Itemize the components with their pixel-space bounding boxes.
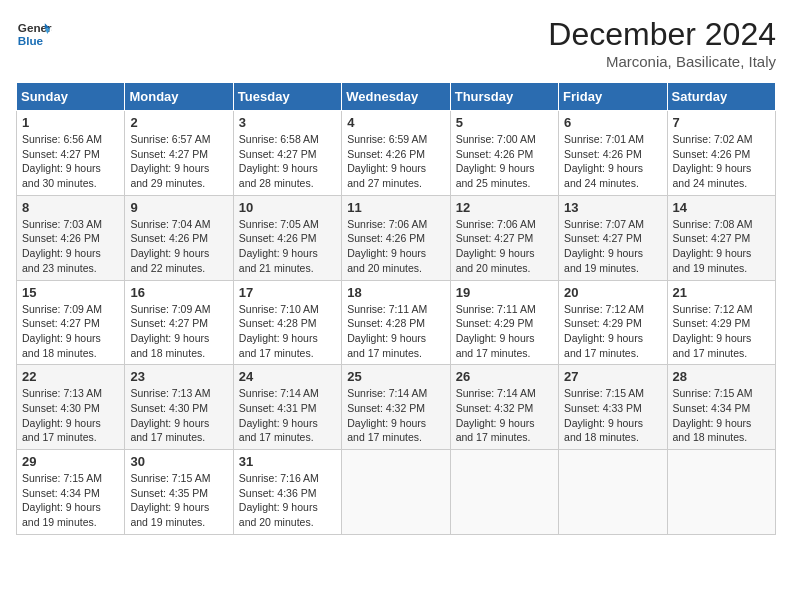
daylight-label: Daylight: 9 hours and 28 minutes. xyxy=(239,162,318,189)
sunset-label: Sunset: 4:31 PM xyxy=(239,402,317,414)
calendar-day-header: Sunday xyxy=(17,83,125,111)
sunrise-label: Sunrise: 7:15 AM xyxy=(564,387,644,399)
calendar-day-cell: 31 Sunrise: 7:16 AM Sunset: 4:36 PM Dayl… xyxy=(233,450,341,535)
location: Marconia, Basilicate, Italy xyxy=(548,53,776,70)
sunrise-label: Sunrise: 7:15 AM xyxy=(130,472,210,484)
calendar-day-cell: 3 Sunrise: 6:58 AM Sunset: 4:27 PM Dayli… xyxy=(233,111,341,196)
day-info: Sunrise: 7:15 AM Sunset: 4:34 PM Dayligh… xyxy=(22,471,119,530)
day-number: 20 xyxy=(564,285,661,300)
daylight-label: Daylight: 9 hours and 17 minutes. xyxy=(456,332,535,359)
sunset-label: Sunset: 4:27 PM xyxy=(130,317,208,329)
daylight-label: Daylight: 9 hours and 17 minutes. xyxy=(347,332,426,359)
sunset-label: Sunset: 4:26 PM xyxy=(22,232,100,244)
day-info: Sunrise: 7:06 AM Sunset: 4:26 PM Dayligh… xyxy=(347,217,444,276)
day-number: 23 xyxy=(130,369,227,384)
sunrise-label: Sunrise: 7:08 AM xyxy=(673,218,753,230)
day-number: 12 xyxy=(456,200,553,215)
day-info: Sunrise: 7:15 AM Sunset: 4:34 PM Dayligh… xyxy=(673,386,770,445)
daylight-label: Daylight: 9 hours and 24 minutes. xyxy=(564,162,643,189)
calendar-day-cell xyxy=(450,450,558,535)
sunrise-label: Sunrise: 7:14 AM xyxy=(456,387,536,399)
daylight-label: Daylight: 9 hours and 27 minutes. xyxy=(347,162,426,189)
day-info: Sunrise: 7:06 AM Sunset: 4:27 PM Dayligh… xyxy=(456,217,553,276)
day-info: Sunrise: 7:12 AM Sunset: 4:29 PM Dayligh… xyxy=(564,302,661,361)
sunrise-label: Sunrise: 7:15 AM xyxy=(22,472,102,484)
sunset-label: Sunset: 4:32 PM xyxy=(347,402,425,414)
sunrise-label: Sunrise: 7:04 AM xyxy=(130,218,210,230)
sunset-label: Sunset: 4:26 PM xyxy=(673,148,751,160)
calendar-week-row: 1 Sunrise: 6:56 AM Sunset: 4:27 PM Dayli… xyxy=(17,111,776,196)
sunrise-label: Sunrise: 7:13 AM xyxy=(22,387,102,399)
calendar-header-row: SundayMondayTuesdayWednesdayThursdayFrid… xyxy=(17,83,776,111)
sunset-label: Sunset: 4:32 PM xyxy=(456,402,534,414)
day-number: 27 xyxy=(564,369,661,384)
calendar-day-header: Tuesday xyxy=(233,83,341,111)
daylight-label: Daylight: 9 hours and 17 minutes. xyxy=(456,417,535,444)
day-number: 1 xyxy=(22,115,119,130)
calendar-day-cell: 28 Sunrise: 7:15 AM Sunset: 4:34 PM Dayl… xyxy=(667,365,775,450)
calendar-day-cell xyxy=(667,450,775,535)
day-info: Sunrise: 7:00 AM Sunset: 4:26 PM Dayligh… xyxy=(456,132,553,191)
day-info: Sunrise: 7:13 AM Sunset: 4:30 PM Dayligh… xyxy=(22,386,119,445)
calendar-day-cell: 29 Sunrise: 7:15 AM Sunset: 4:34 PM Dayl… xyxy=(17,450,125,535)
calendar-day-cell: 9 Sunrise: 7:04 AM Sunset: 4:26 PM Dayli… xyxy=(125,195,233,280)
calendar-week-row: 15 Sunrise: 7:09 AM Sunset: 4:27 PM Dayl… xyxy=(17,280,776,365)
calendar-day-cell: 17 Sunrise: 7:10 AM Sunset: 4:28 PM Dayl… xyxy=(233,280,341,365)
day-number: 31 xyxy=(239,454,336,469)
day-number: 15 xyxy=(22,285,119,300)
sunrise-label: Sunrise: 7:06 AM xyxy=(347,218,427,230)
calendar-day-cell xyxy=(559,450,667,535)
calendar-day-cell: 4 Sunrise: 6:59 AM Sunset: 4:26 PM Dayli… xyxy=(342,111,450,196)
day-number: 10 xyxy=(239,200,336,215)
sunrise-label: Sunrise: 7:12 AM xyxy=(564,303,644,315)
sunrise-label: Sunrise: 7:14 AM xyxy=(347,387,427,399)
day-number: 2 xyxy=(130,115,227,130)
calendar-day-cell: 1 Sunrise: 6:56 AM Sunset: 4:27 PM Dayli… xyxy=(17,111,125,196)
title-block: December 2024 Marconia, Basilicate, Ital… xyxy=(548,16,776,70)
day-number: 14 xyxy=(673,200,770,215)
day-number: 17 xyxy=(239,285,336,300)
sunset-label: Sunset: 4:34 PM xyxy=(673,402,751,414)
day-info: Sunrise: 7:09 AM Sunset: 4:27 PM Dayligh… xyxy=(22,302,119,361)
day-info: Sunrise: 7:11 AM Sunset: 4:29 PM Dayligh… xyxy=(456,302,553,361)
day-info: Sunrise: 7:14 AM Sunset: 4:31 PM Dayligh… xyxy=(239,386,336,445)
day-info: Sunrise: 7:03 AM Sunset: 4:26 PM Dayligh… xyxy=(22,217,119,276)
calendar-day-header: Saturday xyxy=(667,83,775,111)
day-number: 18 xyxy=(347,285,444,300)
sunrise-label: Sunrise: 7:16 AM xyxy=(239,472,319,484)
day-number: 5 xyxy=(456,115,553,130)
day-info: Sunrise: 7:14 AM Sunset: 4:32 PM Dayligh… xyxy=(456,386,553,445)
calendar-day-cell: 13 Sunrise: 7:07 AM Sunset: 4:27 PM Dayl… xyxy=(559,195,667,280)
calendar-day-header: Friday xyxy=(559,83,667,111)
calendar-day-cell: 20 Sunrise: 7:12 AM Sunset: 4:29 PM Dayl… xyxy=(559,280,667,365)
daylight-label: Daylight: 9 hours and 17 minutes. xyxy=(564,332,643,359)
daylight-label: Daylight: 9 hours and 17 minutes. xyxy=(130,417,209,444)
calendar-day-cell: 25 Sunrise: 7:14 AM Sunset: 4:32 PM Dayl… xyxy=(342,365,450,450)
sunset-label: Sunset: 4:26 PM xyxy=(239,232,317,244)
daylight-label: Daylight: 9 hours and 17 minutes. xyxy=(347,417,426,444)
calendar-day-cell: 18 Sunrise: 7:11 AM Sunset: 4:28 PM Dayl… xyxy=(342,280,450,365)
daylight-label: Daylight: 9 hours and 19 minutes. xyxy=(22,501,101,528)
day-info: Sunrise: 7:12 AM Sunset: 4:29 PM Dayligh… xyxy=(673,302,770,361)
day-info: Sunrise: 7:09 AM Sunset: 4:27 PM Dayligh… xyxy=(130,302,227,361)
calendar-day-header: Thursday xyxy=(450,83,558,111)
svg-text:Blue: Blue xyxy=(18,34,44,47)
day-number: 4 xyxy=(347,115,444,130)
day-number: 25 xyxy=(347,369,444,384)
sunset-label: Sunset: 4:26 PM xyxy=(347,232,425,244)
calendar-day-cell: 15 Sunrise: 7:09 AM Sunset: 4:27 PM Dayl… xyxy=(17,280,125,365)
sunset-label: Sunset: 4:30 PM xyxy=(22,402,100,414)
daylight-label: Daylight: 9 hours and 18 minutes. xyxy=(130,332,209,359)
daylight-label: Daylight: 9 hours and 20 minutes. xyxy=(347,247,426,274)
sunrise-label: Sunrise: 7:09 AM xyxy=(22,303,102,315)
day-number: 11 xyxy=(347,200,444,215)
month-title: December 2024 xyxy=(548,16,776,53)
day-number: 6 xyxy=(564,115,661,130)
day-number: 24 xyxy=(239,369,336,384)
day-info: Sunrise: 7:01 AM Sunset: 4:26 PM Dayligh… xyxy=(564,132,661,191)
day-info: Sunrise: 6:56 AM Sunset: 4:27 PM Dayligh… xyxy=(22,132,119,191)
calendar-day-header: Monday xyxy=(125,83,233,111)
calendar-week-row: 22 Sunrise: 7:13 AM Sunset: 4:30 PM Dayl… xyxy=(17,365,776,450)
day-info: Sunrise: 7:08 AM Sunset: 4:27 PM Dayligh… xyxy=(673,217,770,276)
sunrise-label: Sunrise: 6:59 AM xyxy=(347,133,427,145)
